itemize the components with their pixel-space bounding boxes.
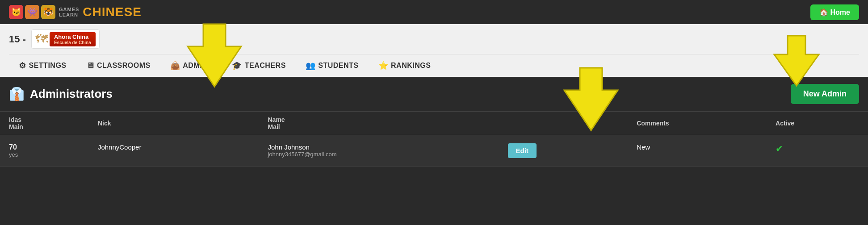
cell-active: ✔ xyxy=(767,135,868,167)
nav-students-label: STUDENTS xyxy=(318,62,358,70)
new-admin-button[interactable]: New Admin xyxy=(791,84,859,104)
logo-icons: 🐱 👾 🐯 xyxy=(9,5,55,19)
school-logo-box: 🗺 Ahora China Escuela de China xyxy=(31,29,100,49)
nav-rankings-label: RANKINGS xyxy=(391,62,431,70)
col-header-name: Name Mail xyxy=(259,112,499,135)
school-header: 15 - 🗺 Ahora China Escuela de China ⚙ SE… xyxy=(0,24,868,77)
cell-comments: New xyxy=(628,135,767,167)
logo-icon-2: 👾 xyxy=(25,5,39,19)
admins-section-icon: 👔 xyxy=(9,87,25,101)
admins-header: 👔 Administrators New Admin xyxy=(0,77,868,112)
nav-item-settings[interactable]: ⚙ SETTINGS xyxy=(9,54,76,77)
admins-table: idas Main Nick Name Mail Comments Active… xyxy=(0,112,868,167)
nav-teachers-label: TEACHERS xyxy=(245,62,286,70)
admins-title-area: 👔 Administrators xyxy=(9,87,113,101)
cell-nick: JohnnyCooper xyxy=(89,135,259,167)
games-label: GAMES xyxy=(59,7,79,12)
school-map-icon: 🗺 xyxy=(35,32,48,46)
students-icon: 👥 xyxy=(306,61,316,71)
nav-item-classrooms[interactable]: 🖥 CLASSROOMS xyxy=(76,55,160,77)
admins-icon-nav: 👜 xyxy=(170,61,180,71)
admins-section: 👔 Administrators New Admin idas Main Nic… xyxy=(0,77,868,167)
classrooms-icon: 🖥 xyxy=(86,61,95,71)
nav-item-rankings[interactable]: ⭐ RANKINGS xyxy=(369,54,441,77)
col-header-action xyxy=(499,112,628,135)
cell-name-mail: John Johnson johnny345677@gmail.com xyxy=(259,135,499,167)
nav-item-admins[interactable]: 👜 ADMINS xyxy=(160,54,222,77)
school-name-badge: Ahora China Escuela de China xyxy=(50,32,96,46)
admins-title: Administrators xyxy=(30,87,113,101)
nav-item-teachers[interactable]: 🎓 TEACHERS xyxy=(222,54,296,77)
nav-item-students[interactable]: 👥 STUDENTS xyxy=(296,54,369,77)
table-header-row: idas Main Nick Name Mail Comments Active xyxy=(0,112,868,135)
active-checkmark: ✔ xyxy=(776,144,783,154)
edit-button[interactable]: Edit xyxy=(508,143,537,158)
logo-icon-1: 🐱 xyxy=(9,5,23,19)
table-row: 70 yes JohnnyCooper John Johnson johnny3… xyxy=(0,135,868,167)
logo-icon-3: 🐯 xyxy=(41,5,55,19)
nav-menu: ⚙ SETTINGS 🖥 CLASSROOMS 👜 ADMINS 🎓 TEACH… xyxy=(9,54,859,77)
brand-chinese: CHINESE xyxy=(83,5,141,19)
cell-edit: Edit xyxy=(499,135,628,167)
col-header-active: Active xyxy=(767,112,868,135)
col-header-id: idas Main xyxy=(0,112,89,135)
learn-label: LEARN xyxy=(59,12,79,17)
school-number: 15 - xyxy=(9,33,26,45)
games-learn-text: GAMES LEARN xyxy=(59,7,79,17)
nav-admins-label: ADMINS xyxy=(183,62,212,70)
home-button[interactable]: 🏠 Home xyxy=(810,4,859,20)
top-bar: 🐱 👾 🐯 GAMES LEARN CHINESE 🏠 Home xyxy=(0,0,868,24)
cell-id: 70 yes xyxy=(0,135,89,167)
nav-classrooms-label: CLASSROOMS xyxy=(97,62,151,70)
school-info: 15 - 🗺 Ahora China Escuela de China xyxy=(9,29,859,49)
settings-icon: ⚙ xyxy=(19,61,26,71)
teachers-icon: 🎓 xyxy=(232,61,242,71)
school-sub: Escuela de China xyxy=(54,40,91,45)
nav-settings-label: SETTINGS xyxy=(29,62,67,70)
col-header-comments: Comments xyxy=(628,112,767,135)
school-header-wrapper: 15 - 🗺 Ahora China Escuela de China ⚙ SE… xyxy=(0,24,868,77)
logo-area: 🐱 👾 🐯 GAMES LEARN CHINESE xyxy=(9,5,142,19)
col-header-nick: Nick xyxy=(89,112,259,135)
rankings-icon: ⭐ xyxy=(378,61,389,71)
